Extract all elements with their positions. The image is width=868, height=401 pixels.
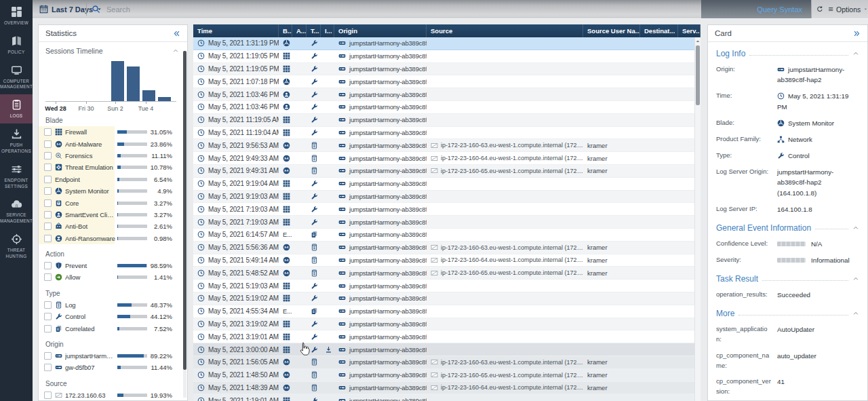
checkbox[interactable] [44,273,52,281]
search-input[interactable]: Search [92,0,376,18]
table-row[interactable]: May 5, 2021 1:19:05 PMjumpstartHarmony-a… [193,63,701,76]
checkbox[interactable] [44,176,52,183]
column-header-b[interactable]: B... [279,24,292,37]
sidebar-item-computer-management[interactable]: COMPUTER MANAGEMENT [0,60,33,95]
table-row[interactable]: May 5, 2021 3:19:01 AMjumpstartHarmony-a… [193,330,701,343]
filter-item-prevent[interactable]: Prevent98.59% [39,260,187,271]
filter-item-endpoint[interactable]: Endpoint6.54% [39,174,187,185]
filter-item-forensics[interactable]: Forensics11.11% [39,150,187,161]
checkbox[interactable] [44,262,52,269]
column-header-a[interactable]: A... [292,24,307,37]
filter-item-172-23-160-63[interactable]: 172.23.160.6319.93% [39,389,187,401]
checkbox[interactable] [44,164,52,171]
table-row[interactable]: May 5, 2021 9:19:03 AMjumpstartHarmony-a… [193,191,701,204]
sidebar-item-service-management[interactable]: SERVICE MANAGEMENT [0,193,33,229]
table-row[interactable]: May 5, 2021 1:48:39 AMjumpstartHarmony-a… [193,382,701,395]
filter-item-anti-bot[interactable]: Anti-Bot2.61% [39,221,187,232]
table-row[interactable]: May 5, 2021 3:00:00 AMjumpstartHarmony-a… [193,343,701,356]
checkbox[interactable] [44,152,52,159]
sidebar-item-endpoint-settings[interactable]: ENDPOINT SETTINGS [0,159,33,194]
table-scrollbar[interactable] [694,37,701,401]
column-header-t[interactable]: T... [307,24,321,37]
table-row[interactable]: May 5, 2021 1:31:19 PMjumpstartHarmony-a… [193,37,701,50]
checkbox[interactable] [44,313,52,320]
expand-panel-icon[interactable] [853,30,861,37]
checkbox[interactable] [44,235,52,242]
filter-item-smartevent-client[interactable]: SmartEvent Client3.27% [39,209,187,221]
card-section-header[interactable]: Task Result [716,274,859,284]
scroll-up-icon[interactable] [695,39,701,44]
checkbox[interactable] [44,128,52,136]
filter-item-anti-malware[interactable]: Anti-Malware23.86% [39,138,187,149]
table-row[interactable]: May 5, 2021 9:19:04 AMjumpstartHarmony-a… [193,178,701,191]
filter-item-gw-d5fb07[interactable]: gw-d5fb0711.44% [39,362,187,373]
sidebar-item-threat-hunting[interactable]: THREAT HUNTING [0,229,33,264]
stats-scrollbar-thumb[interactable] [183,51,186,370]
checkbox[interactable] [44,199,52,207]
table-row[interactable]: May 5, 2021 1:03:46 PMjumpstartHarmony-a… [193,101,701,114]
table-row[interactable]: May 5, 2021 6:14:57 AME...jumpstartHarmo… [193,229,701,242]
card-section-header[interactable]: More [716,309,859,318]
checkbox[interactable] [44,352,52,360]
card-section-header[interactable]: Log Info [716,49,859,58]
checkbox[interactable] [44,364,52,371]
table-row[interactable]: May 5, 2021 7:19:03 AMjumpstartHarmony-a… [193,203,701,216]
column-header-serv[interactable]: Serv... [678,24,701,37]
column-header-source[interactable]: Source [427,24,583,37]
filter-item-system-monitor[interactable]: System Monitor4.9% [39,185,187,197]
filter-item-threat-emulation[interactable]: Threat Emulation10.78% [39,161,187,173]
table-row[interactable]: May 5, 2021 9:49:33 AMjumpstartHarmony-a… [193,152,701,165]
table-row[interactable]: May 5, 2021 3:19:02 AMjumpstartHarmony-a… [193,318,701,331]
table-row[interactable]: May 5, 2021 5:49:14 AMjumpstartHarmony-a… [193,254,701,267]
table-row[interactable]: May 5, 2021 5:19:02 AMjumpstartHarmony-a… [193,292,701,305]
checkbox[interactable] [44,211,52,218]
column-header-time[interactable]: Time [193,24,279,37]
filter-item-control[interactable]: Control44.12% [39,311,187,322]
column-header-destinat[interactable]: Destinat... [640,24,678,37]
collapse-panel-icon[interactable] [173,30,180,37]
refresh-icon[interactable] [816,5,823,14]
table-row[interactable]: May 5, 2021 1:19:01 AMjumpstartHarmony-a… [193,394,701,401]
checkbox[interactable] [44,187,52,195]
filter-item-jumpstartharmony-a[interactable]: jumpstartHarmony-a...89.22% [39,350,187,362]
table-row[interactable]: May 5, 2021 1:48:50 AMjumpstartHarmony-a… [193,369,701,382]
checkbox[interactable] [44,301,52,309]
filter-item-allow[interactable]: Allow1.41% [39,271,187,283]
table-row[interactable]: May 5, 2021 1:56:05 AMjumpstartHarmony-a… [193,356,701,369]
table-row[interactable]: May 5, 2021 1:03:46 PMjumpstartHarmony-a… [193,88,701,101]
sidebar-item-policy[interactable]: POLICY [0,31,33,60]
sessions-timeline-header[interactable]: Sessions Timeline [39,42,187,56]
filter-item-anti-ransomware[interactable]: Anti-Ransomware0.98% [39,233,187,244]
query-syntax-link[interactable]: Query Syntax [757,5,802,14]
filter-item-log[interactable]: Log48.37% [39,299,187,311]
table-row[interactable]: May 5, 2021 4:55:34 AME...jumpstartHarmo… [193,305,701,318]
stats-scrollbar[interactable] [183,51,186,398]
options-button[interactable]: Options [836,5,861,14]
table-row[interactable]: May 5, 2021 9:49:31 AMjumpstartHarmony-a… [193,165,701,178]
table-row[interactable]: May 5, 2021 7:19:03 AMjumpstartHarmony-a… [193,216,701,229]
table-row[interactable]: May 5, 2021 1:19:05 PMjumpstartHarmony-a… [193,50,701,63]
card-section-header[interactable]: General Event Information [716,223,859,233]
column-header-origin[interactable]: Origin [334,24,427,37]
table-row[interactable]: May 5, 2021 9:56:53 AMjumpstartHarmony-a… [193,139,701,152]
column-header-source-user-na[interactable]: Source User Na... [583,24,640,37]
sidebar-item-overview[interactable]: OVERVIEW [0,1,33,31]
checkbox[interactable] [44,325,52,332]
source-user-value: kramer [587,371,608,379]
checkbox[interactable] [44,223,52,230]
checkbox[interactable] [44,392,52,399]
table-row[interactable]: May 5, 2021 5:56:36 AMjumpstartHarmony-a… [193,242,701,254]
filter-item-core[interactable]: Core3.27% [39,197,187,208]
checkbox[interactable] [44,140,52,148]
table-scrollbar-thumb[interactable] [696,45,700,105]
table-row[interactable]: May 5, 2021 11:19:04 AMjumpstartHarmony-… [193,127,701,140]
table-row[interactable]: May 5, 2021 1:07:18 PMjumpstartHarmony-a… [193,75,701,88]
table-row[interactable]: May 5, 2021 5:19:03 AMjumpstartHarmony-a… [193,280,701,292]
table-row[interactable]: May 5, 2021 11:19:05 AMjumpstartHarmony-… [193,114,701,127]
filter-item-firewall[interactable]: Firewall31.05% [39,126,187,138]
table-row[interactable]: May 5, 2021 5:48:52 AMjumpstartHarmony-a… [193,267,701,280]
sidebar-item-push-operations[interactable]: PUSH OPERATIONS [0,123,33,159]
filter-item-correlated[interactable]: Correlated7.52% [39,322,187,334]
column-header-i[interactable]: I... [321,24,334,37]
sidebar-item-logs[interactable]: LOGS [0,94,33,123]
